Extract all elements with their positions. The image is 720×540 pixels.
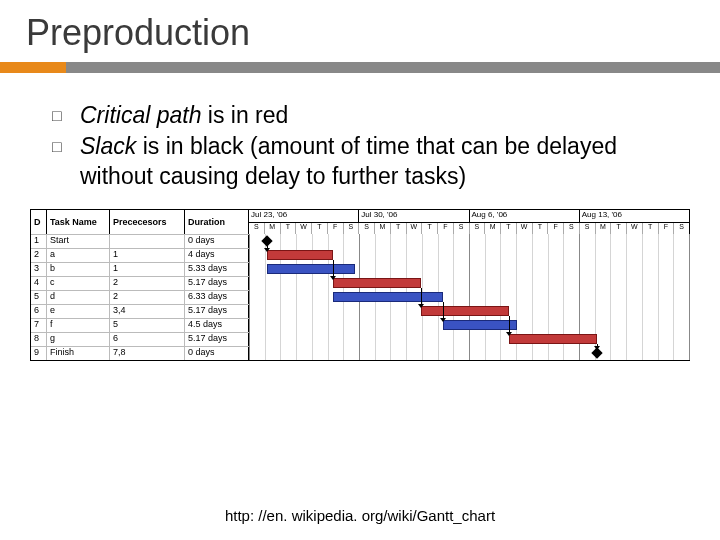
task-band bbox=[249, 276, 689, 290]
gantt-header-left: D Task Name Prececesors Duration bbox=[31, 210, 249, 234]
square-bullet-icon: □ bbox=[52, 132, 80, 191]
cell-dur: 0 days bbox=[185, 347, 249, 360]
bullet-list: □ Critical path is in red □ Slack is in … bbox=[0, 73, 720, 191]
cell-task: e bbox=[47, 305, 110, 318]
week-label: Aug 13, '06 bbox=[580, 210, 689, 222]
day-label: M bbox=[485, 223, 501, 235]
cell-pred: 5 bbox=[110, 319, 185, 332]
cell-task: a bbox=[47, 249, 110, 262]
gantt-body: 1Start0 days2a14 days3b15.33 days4c25.17… bbox=[31, 234, 689, 360]
cell-id: 6 bbox=[31, 305, 47, 318]
bullet-emph: Slack bbox=[80, 133, 136, 159]
task-band bbox=[249, 290, 689, 304]
gantt-task-table: 1Start0 days2a14 days3b15.33 days4c25.17… bbox=[31, 234, 249, 360]
gantt-chart: D Task Name Prececesors Duration Jul 23,… bbox=[30, 209, 690, 361]
cell-id: 7 bbox=[31, 319, 47, 332]
bullet-item: □ Critical path is in red bbox=[52, 101, 680, 130]
day-label: F bbox=[548, 223, 564, 235]
day-label: M bbox=[375, 223, 391, 235]
day-label: S bbox=[454, 223, 470, 235]
day-label: T bbox=[312, 223, 328, 235]
cell-pred: 2 bbox=[110, 291, 185, 304]
col-dur: Duration bbox=[185, 210, 249, 234]
gantt-header-right: Jul 23, '06Jul 30, '06Aug 6, '06Aug 13, … bbox=[249, 210, 689, 234]
task-band bbox=[249, 332, 689, 346]
milestone-icon bbox=[261, 236, 272, 247]
cell-id: 3 bbox=[31, 263, 47, 276]
cell-pred: 2 bbox=[110, 277, 185, 290]
arrow-down-icon bbox=[594, 346, 600, 350]
day-label: F bbox=[328, 223, 344, 235]
col-task: Task Name bbox=[47, 210, 110, 234]
week-label: Jul 30, '06 bbox=[359, 210, 469, 222]
bullet-rest: is in red bbox=[201, 102, 288, 128]
cell-dur: 5.33 days bbox=[185, 263, 249, 276]
bullet-text: Slack is in black (amount of time that c… bbox=[80, 132, 680, 191]
day-label: F bbox=[438, 223, 454, 235]
cell-id: 5 bbox=[31, 291, 47, 304]
arrow-down-icon bbox=[506, 332, 512, 336]
cell-task: d bbox=[47, 291, 110, 304]
day-label: M bbox=[596, 223, 612, 235]
cell-task: b bbox=[47, 263, 110, 276]
noncritical-bar bbox=[443, 320, 518, 330]
col-id: D bbox=[31, 210, 47, 234]
accent-bar bbox=[0, 62, 720, 73]
day-label: M bbox=[265, 223, 281, 235]
square-bullet-icon: □ bbox=[52, 101, 80, 130]
week-row: Jul 23, '06Jul 30, '06Aug 6, '06Aug 13, … bbox=[249, 210, 689, 223]
arrow-down-icon bbox=[418, 304, 424, 308]
day-label: S bbox=[249, 223, 265, 235]
critical-bar bbox=[267, 250, 333, 260]
cell-task: f bbox=[47, 319, 110, 332]
noncritical-bar bbox=[333, 292, 443, 302]
cell-dur: 6.33 days bbox=[185, 291, 249, 304]
table-row: 6e3,45.17 days bbox=[31, 304, 249, 318]
task-band bbox=[249, 304, 689, 318]
cell-task: g bbox=[47, 333, 110, 346]
cell-task: c bbox=[47, 277, 110, 290]
col-pred: Prececesors bbox=[110, 210, 185, 234]
week-label: Aug 6, '06 bbox=[470, 210, 580, 222]
footer-source: http: //en. wikipedia. org/wiki/Gantt_ch… bbox=[0, 507, 720, 524]
day-label: T bbox=[281, 223, 297, 235]
table-row: 1Start0 days bbox=[31, 234, 249, 248]
cell-pred: 3,4 bbox=[110, 305, 185, 318]
day-label: W bbox=[517, 223, 533, 235]
critical-bar bbox=[333, 278, 421, 288]
day-label: F bbox=[659, 223, 675, 235]
table-row: 5d26.33 days bbox=[31, 290, 249, 304]
table-row: 9Finish7,80 days bbox=[31, 346, 249, 360]
cell-pred: 7,8 bbox=[110, 347, 185, 360]
gantt-timeline bbox=[249, 234, 689, 360]
table-row: 2a14 days bbox=[31, 248, 249, 262]
cell-dur: 5.17 days bbox=[185, 305, 249, 318]
cell-id: 4 bbox=[31, 277, 47, 290]
cell-pred bbox=[110, 235, 185, 248]
table-row: 3b15.33 days bbox=[31, 262, 249, 276]
cell-dur: 4 days bbox=[185, 249, 249, 262]
slide-title: Preproduction bbox=[0, 0, 720, 62]
bullet-item: □ Slack is in black (amount of time that… bbox=[52, 132, 680, 191]
day-label: W bbox=[296, 223, 312, 235]
task-band bbox=[249, 234, 689, 248]
bullet-text: Critical path is in red bbox=[80, 101, 680, 130]
cell-id: 2 bbox=[31, 249, 47, 262]
cell-pred: 1 bbox=[110, 263, 185, 276]
week-label: Jul 23, '06 bbox=[249, 210, 359, 222]
day-label: T bbox=[611, 223, 627, 235]
day-label: T bbox=[391, 223, 407, 235]
day-label: S bbox=[580, 223, 596, 235]
critical-bar bbox=[421, 306, 509, 316]
cell-id: 8 bbox=[31, 333, 47, 346]
table-row: 4c25.17 days bbox=[31, 276, 249, 290]
day-label: T bbox=[501, 223, 517, 235]
bullet-rest: is in black (amount of time that can be … bbox=[80, 133, 617, 188]
cell-pred: 1 bbox=[110, 249, 185, 262]
task-band bbox=[249, 318, 689, 332]
cell-task: Finish bbox=[47, 347, 110, 360]
task-band bbox=[249, 346, 689, 360]
day-label: S bbox=[344, 223, 360, 235]
noncritical-bar bbox=[267, 264, 355, 274]
day-label: S bbox=[359, 223, 375, 235]
